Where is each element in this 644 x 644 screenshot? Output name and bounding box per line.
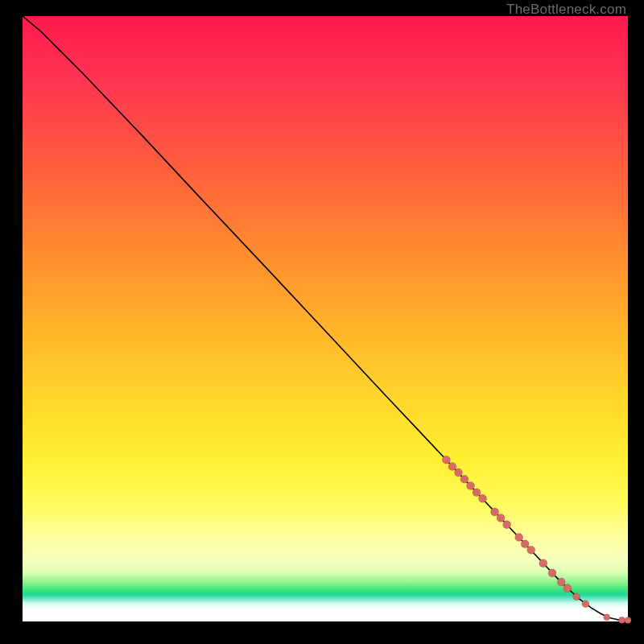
chart-stage: TheBottleneck.com bbox=[0, 0, 644, 644]
curve-line bbox=[23, 16, 628, 621]
attribution-text: TheBottleneck.com bbox=[506, 2, 626, 18]
plot-area bbox=[23, 16, 628, 621]
marker-group bbox=[442, 456, 631, 623]
chart-svg bbox=[23, 16, 628, 621]
